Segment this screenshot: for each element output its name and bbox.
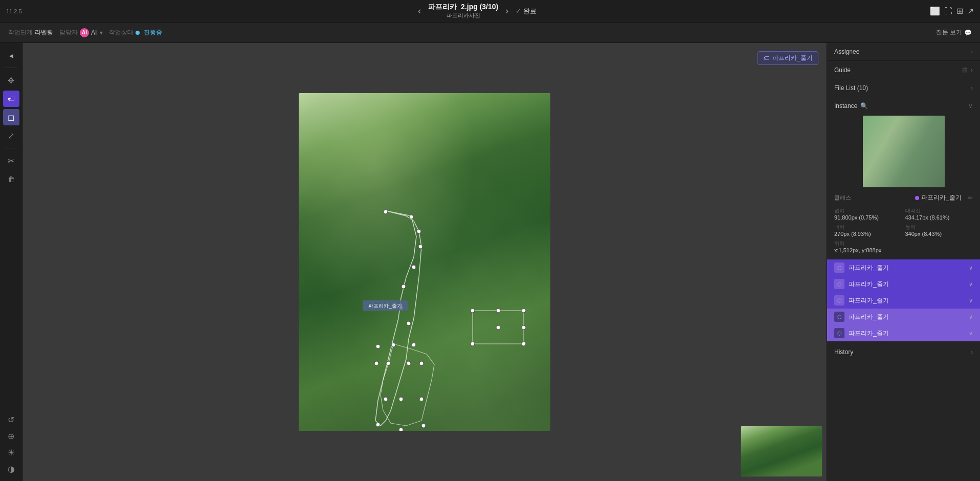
- contrast-tool[interactable]: ◑: [3, 461, 19, 477]
- instance-arrow-3: ∨: [969, 297, 973, 304]
- status-value: 진행중: [144, 28, 162, 37]
- instance-item-4[interactable]: ⬡ 파프리카_줄기 ∨: [827, 309, 980, 325]
- app-version: 11.2.5: [6, 8, 22, 14]
- filelist-section: File List (10) ›: [827, 79, 980, 97]
- instance-icon-1: ⬡: [834, 263, 844, 273]
- assignee-section: Assignee ›: [827, 43, 980, 61]
- transform-tool[interactable]: ⤢: [3, 127, 19, 144]
- stat-area: 넓이 91,800px (0.75%): [834, 207, 902, 221]
- nav-center: ‹ 파프리카_2.jpg (3/10) 파프리카사진 › ✓ 완료: [415, 3, 537, 19]
- instance-arrow-4: ∨: [969, 314, 973, 320]
- instance-title-label: Instance: [834, 102, 857, 110]
- prev-button[interactable]: ‹: [415, 5, 424, 17]
- instance-item-1[interactable]: ⬡ 파프리카_줄기 ∨: [827, 259, 980, 276]
- collapse-button[interactable]: ◂: [3, 47, 19, 63]
- icon-btn-2[interactable]: ⛶: [944, 6, 952, 16]
- instance-chevron: ∨: [968, 102, 973, 110]
- filelist-header[interactable]: File List (10) ›: [827, 79, 980, 97]
- instance-name-3: 파프리카_줄기: [849, 296, 965, 305]
- edit-icon[interactable]: ✏: [968, 194, 973, 202]
- ai-badge: AI: [80, 28, 89, 37]
- delete-tool[interactable]: 🗑: [3, 171, 19, 187]
- main-layout: ◂ ✥ 🏷 ◻ ⤢ ✂ 🗑 ↺ ⊕ ☀ ◑ 🏷 파프리카_줄기: [0, 43, 980, 481]
- next-button[interactable]: ›: [502, 5, 511, 17]
- folder-name: 파프리카사진: [447, 12, 480, 19]
- status-item: 작업상태 진행중: [109, 28, 162, 37]
- zoom-in-tool[interactable]: ⊕: [3, 428, 19, 444]
- stat-area-value: 91,800px (0.75%): [834, 214, 902, 221]
- class-dot: [915, 196, 919, 200]
- cut-tool[interactable]: ✂: [3, 152, 19, 169]
- instance-icon-2: ⬡: [834, 279, 844, 289]
- guide-header[interactable]: Guide ⊟ ›: [827, 61, 980, 79]
- left-toolbar: ◂ ✥ 🏷 ◻ ⤢ ✂ 🗑 ↺ ⊕ ☀ ◑: [0, 43, 23, 481]
- assignee-label: 담당자: [59, 28, 78, 37]
- stat-height-value: 340px (8.43%): [905, 231, 973, 237]
- complete-button[interactable]: ✓ 완료: [516, 7, 537, 16]
- preview-bg: [863, 116, 945, 187]
- class-row: 클래스 파프리카_줄기 ✏: [827, 190, 980, 205]
- toolbar-bottom: ↺ ⊕ ☀ ◑: [3, 411, 19, 477]
- history-section: History ›: [827, 343, 980, 361]
- status-label: 작업상태: [109, 28, 133, 37]
- label-tool[interactable]: 🏷: [3, 91, 19, 107]
- history-title: History: [834, 348, 853, 356]
- stat-diagonal: 대각선 434.17px (8.61%): [905, 207, 973, 221]
- guide-chevron: ›: [971, 66, 973, 74]
- instance-list: ⬡ 파프리카_줄기 ∨ ⬡ 파프리카_줄기 ∨ ⬡ 파프리카_줄기 ∨ ⬡ 파프…: [827, 257, 980, 343]
- plant-background: [299, 93, 550, 431]
- instance-name-4: 파프리카_줄기: [849, 313, 965, 321]
- filename: 파프리카_2.jpg (3/10): [428, 3, 498, 12]
- stat-height-label: 높이: [905, 224, 973, 231]
- instance-icon-5: ⬡: [834, 328, 844, 338]
- undo-tool[interactable]: ↺: [3, 411, 19, 428]
- minimap[interactable]: [741, 426, 822, 477]
- stage-label: 작업단계: [8, 28, 33, 37]
- polygon-tool[interactable]: ◻: [3, 109, 19, 125]
- assignee-header[interactable]: Assignee ›: [827, 43, 980, 60]
- filelist-chevron: ›: [971, 84, 973, 92]
- assignee-item: 담당자 AI AI ▾: [59, 28, 103, 37]
- history-chevron: ›: [971, 348, 973, 356]
- tag-icon: 🏷: [763, 55, 769, 62]
- question-icon: 💬: [964, 29, 972, 36]
- instance-icon-4: ⬡: [834, 312, 844, 322]
- instance-name-2: 파프리카_줄기: [849, 280, 965, 289]
- icon-btn-3[interactable]: ⊞: [956, 6, 963, 16]
- stat-diagonal-label: 대각선: [905, 207, 973, 214]
- preview-image: [863, 116, 945, 187]
- instance-item-3[interactable]: ⬡ 파프리카_줄기 ∨: [827, 292, 980, 309]
- stat-height: 높이 340px (8.43%): [905, 224, 973, 237]
- toolbar-separator-2: [5, 148, 17, 148]
- minimap-image: [741, 426, 822, 476]
- file-title-block: 파프리카_2.jpg (3/10) 파프리카사진: [428, 3, 498, 19]
- ai-value: AI: [91, 29, 97, 36]
- stage-value: 라벨링: [35, 28, 53, 37]
- history-header[interactable]: History ›: [827, 343, 980, 361]
- stat-width-value: 270px (8.93%): [834, 231, 902, 237]
- question-button[interactable]: 질문 보기 💬: [936, 28, 972, 37]
- stage-item: 작업단계 라벨링: [8, 28, 53, 37]
- instance-icon-3: ⬡: [834, 295, 844, 305]
- stat-position-value: x:1,512px, y:888px: [834, 247, 973, 253]
- top-icons: ⬜ ⛶ ⊞ ↗: [930, 6, 974, 16]
- filelist-title: File List (10): [834, 84, 868, 92]
- instance-arrow-1: ∨: [969, 265, 973, 271]
- icon-btn-1[interactable]: ⬜: [930, 6, 940, 16]
- stat-position: 위치 x:1,512px, y:888px: [834, 240, 973, 253]
- icon-btn-4[interactable]: ↗: [967, 6, 974, 16]
- move-tool[interactable]: ✥: [3, 72, 19, 89]
- guide-icons: ⊟ ›: [962, 66, 973, 74]
- instance-search-icon[interactable]: 🔍: [860, 102, 868, 110]
- instance-item-5[interactable]: ⬡ 파프리카_줄기 ∨: [827, 325, 980, 341]
- instance-item-2[interactable]: ⬡ 파프리카_줄기 ∨: [827, 276, 980, 292]
- filter-icon[interactable]: ⊟: [962, 66, 968, 74]
- canvas-tag: 🏷 파프리카_줄기: [758, 51, 818, 65]
- brightness-tool[interactable]: ☀: [3, 444, 19, 461]
- instance-header: Instance 🔍 ∨: [827, 97, 980, 113]
- ai-dropdown-arrow[interactable]: ▾: [100, 29, 103, 36]
- canvas-tag-label: 파프리카_줄기: [772, 54, 813, 62]
- canvas-area[interactable]: 🏷 파프리카_줄기: [23, 43, 827, 481]
- stat-width-label: 너비: [834, 224, 902, 231]
- stats-grid: 넓이 91,800px (0.75%) 대각선 434.17px (8.61%)…: [827, 205, 980, 257]
